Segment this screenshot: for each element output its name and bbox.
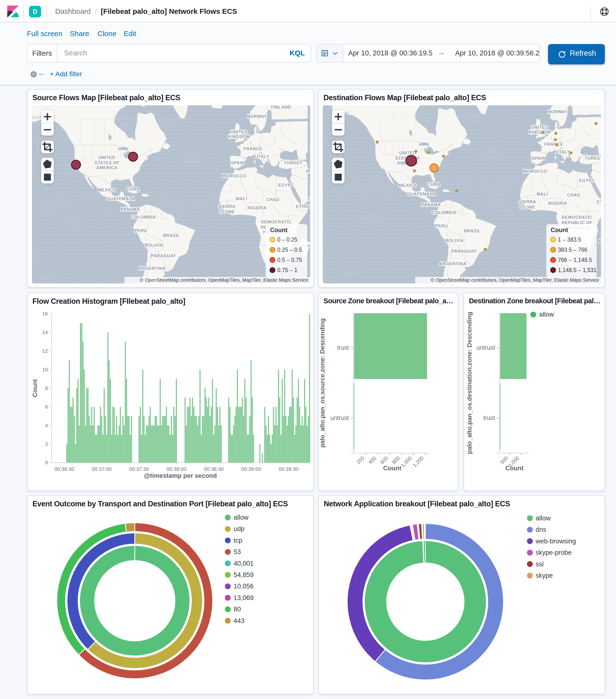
svg-text:383.5 – 766: 383.5 – 766: [558, 247, 587, 253]
svg-text:PANAMA: PANAMA: [120, 207, 140, 212]
svg-text:@timestamp per second: @timestamp per second: [144, 472, 217, 479]
svg-text:BOLIVIA: BOLIVIA: [145, 243, 163, 248]
svg-text:trust: trust: [483, 414, 495, 421]
svg-text:NIGERIA: NIGERIA: [548, 201, 567, 206]
svg-text:NIGERIA: NIGERIA: [247, 206, 267, 210]
svg-text:ITALY: ITALY: [257, 154, 269, 159]
svg-text:UNITED: UNITED: [98, 155, 116, 160]
svg-text:Pacific: Pacific: [62, 215, 84, 222]
svg-text:COLOMBIA: COLOMBIA: [131, 215, 156, 220]
svg-text:DEMOCRATIC: DEMOCRATIC: [261, 220, 292, 224]
svg-text:Count: Count: [270, 226, 288, 233]
svg-text:Hudson: Hudson: [415, 110, 436, 116]
svg-text:0: 0: [45, 460, 48, 465]
svg-text:Ocean: Ocean: [186, 205, 206, 212]
svg-text:UNITED: UNITED: [231, 130, 247, 134]
svg-text:00:39:30: 00:39:30: [279, 466, 298, 472]
svg-text:SPAIN: SPAIN: [532, 156, 545, 161]
svg-text:443: 443: [233, 617, 244, 624]
svg-text:LEONE: LEONE: [520, 205, 535, 210]
svg-text:trust: trust: [337, 344, 349, 351]
svg-text:Atlantic: Atlantic: [183, 197, 208, 205]
svg-text:0.5 – 0.75: 0.5 – 0.75: [277, 257, 302, 263]
svg-text:Sea: Sea: [165, 123, 176, 129]
svg-text:untrust: untrust: [477, 344, 495, 351]
svg-text:tcp: tcp: [233, 537, 242, 544]
svg-text:skype-probe: skype-probe: [536, 549, 572, 556]
svg-text:GUATEMALA: GUATEMALA: [407, 192, 436, 197]
svg-text:14: 14: [42, 329, 48, 335]
svg-text:10,056: 10,056: [233, 583, 254, 590]
svg-text:© OpenStreetMap contributors,: © OpenStreetMap contributors, OpenMapTil…: [140, 277, 308, 283]
svg-text:STATES OF: STATES OF: [94, 160, 119, 165]
svg-text:Count: Count: [383, 464, 401, 472]
svg-text:MEXICO: MEXICO: [98, 188, 116, 193]
svg-text:0.25 – 0.5: 0.25 – 0.5: [277, 247, 302, 253]
svg-text:palo_alto.pan_os.destination.z: palo_alto.pan_os.destination.zone: Desce…: [466, 312, 473, 454]
svg-text:0.75 – 1: 0.75 – 1: [277, 267, 297, 273]
svg-text:Atlantiko: Atlantiko: [179, 158, 204, 164]
svg-text:ETHIOPIA: ETHIOPIA: [296, 204, 310, 209]
svg-text:Norda: Norda: [484, 147, 501, 153]
svg-text:SIERRA: SIERRA: [218, 204, 236, 209]
svg-text:00:38:30: 00:38:30: [204, 466, 224, 472]
svg-text:600: 600: [379, 455, 389, 465]
svg-text:ITALY: ITALY: [558, 149, 570, 155]
svg-text:8: 8: [45, 385, 48, 391]
svg-text:GUATEMALA: GUATEMALA: [106, 196, 135, 201]
svg-text:© OpenStreetMap contributors,: © OpenStreetMap contributors, OpenMapTil…: [431, 277, 599, 283]
svg-text:untrust: untrust: [331, 414, 349, 421]
svg-text:CUBA: CUBA: [126, 187, 139, 192]
svg-text:CHAD: CHAD: [266, 197, 279, 202]
svg-text:LEONE: LEONE: [219, 209, 235, 214]
svg-text:skype: skype: [536, 572, 553, 579]
svg-text:4: 4: [45, 423, 48, 428]
svg-text:16: 16: [42, 311, 48, 316]
svg-text:FRANCE: FRANCE: [243, 146, 262, 151]
svg-text:40,001: 40,001: [233, 560, 254, 567]
svg-text:Sea: Sea: [466, 118, 477, 124]
svg-text:MEXICO: MEXICO: [399, 183, 417, 188]
svg-text:Pacific: Pacific: [363, 211, 385, 218]
svg-text:1,000: 1,000: [400, 455, 413, 468]
svg-text:12: 12: [42, 348, 48, 354]
svg-text:ETHIOPIA: ETHIOPIA: [597, 199, 601, 204]
svg-text:dns: dns: [536, 526, 546, 533]
svg-text:Labrador: Labrador: [159, 117, 183, 122]
svg-text:FINLAND: FINLAND: [271, 105, 291, 110]
svg-text:MADAG: MADAG: [599, 239, 601, 244]
svg-text:13,069: 13,069: [233, 594, 254, 602]
svg-text:CHAD: CHAD: [567, 193, 580, 198]
svg-text:1 – 383.5: 1 – 383.5: [558, 236, 581, 243]
svg-text:KINGDOM: KINGDOM: [529, 130, 551, 135]
svg-text:TURKEY: TURKEY: [585, 156, 601, 161]
svg-text:Ocean: Ocean: [63, 222, 84, 230]
svg-text:10: 10: [42, 367, 48, 372]
svg-text:MALI: MALI: [236, 196, 247, 201]
svg-text:00:37:30: 00:37:30: [129, 466, 149, 472]
svg-text:200: 200: [356, 455, 365, 465]
svg-text:BRAZIL: BRAZIL: [464, 228, 481, 233]
svg-text:IRAQ: IRAQ: [306, 169, 310, 173]
svg-text:YEM: YEM: [307, 196, 310, 201]
svg-text:udp: udp: [233, 525, 244, 532]
svg-text:PANAMA: PANAMA: [421, 202, 441, 207]
svg-text:0 – 0.25: 0 – 0.25: [277, 236, 297, 243]
svg-text:Bay: Bay: [120, 121, 130, 127]
svg-text:PARAGUAY: PARAGUAY: [151, 253, 176, 258]
svg-text:palo_alto.pan_os.source.zone:: palo_alto.pan_os.source.zone: Descending: [319, 318, 326, 448]
svg-text:SPAIN: SPAIN: [231, 160, 244, 165]
svg-text:ARGENTINA: ARGENTINA: [139, 266, 166, 271]
svg-text:1,148.5 – 1,531: 1,148.5 – 1,531: [558, 267, 597, 273]
svg-text:BOLIVIA: BOLIVIA: [445, 238, 464, 243]
svg-text:CUBA: CUBA: [427, 182, 440, 187]
svg-text:00:36:30: 00:36:30: [54, 466, 74, 472]
svg-text:COLOMBIA: COLOMBIA: [432, 210, 456, 215]
svg-text:MOROCCO: MOROCCO: [222, 173, 246, 179]
svg-text:Atlantiko: Atlantiko: [480, 154, 505, 159]
svg-text:Labrador: Labrador: [459, 112, 484, 118]
svg-text:Count: Count: [551, 226, 568, 233]
svg-text:766 – 1,148.5: 766 – 1,148.5: [558, 257, 592, 263]
svg-text:DEMOCRATIC: DEMOCRATIC: [562, 215, 592, 220]
svg-text:ARGENTINA: ARGENTINA: [439, 261, 467, 266]
